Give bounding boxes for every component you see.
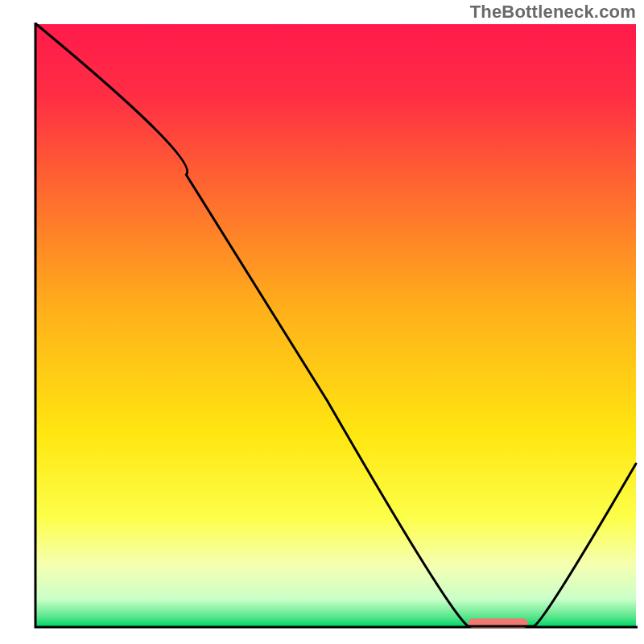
plot-background bbox=[36, 24, 636, 626]
bottleneck-chart bbox=[0, 0, 644, 644]
chart-canvas: TheBottleneck.com bbox=[0, 0, 644, 644]
